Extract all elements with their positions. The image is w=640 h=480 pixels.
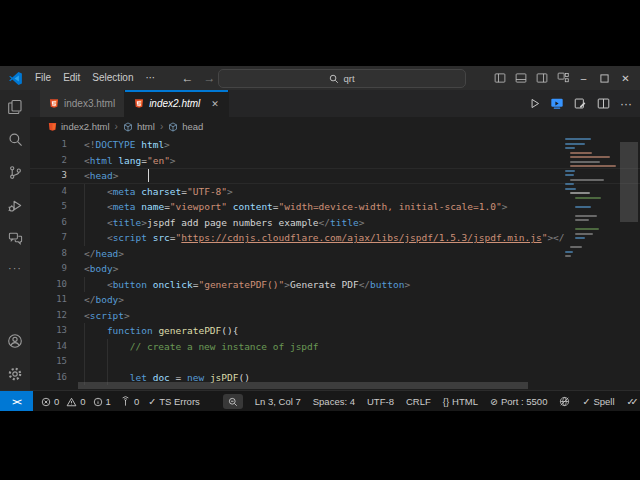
breadcrumb-file[interactable]: index2.html (48, 121, 110, 132)
live-preview-icon[interactable] (549, 96, 565, 112)
code-line[interactable]: 10 <button onclick="generatePDF()">Gener… (30, 277, 640, 293)
line-text: <script src="https://cdnjs.cloudflare.co… (84, 230, 565, 246)
tab-label: index2.html (149, 98, 200, 109)
customize-layout-icon[interactable] (556, 72, 569, 85)
code-editor[interactable]: 1<!DOCTYPE html>2<html lang="en">3<head>… (30, 136, 640, 390)
ports-count: 0 (134, 396, 139, 407)
line-text: <script> (84, 308, 565, 324)
code-line[interactable]: 8</head> (30, 246, 640, 262)
menu-more[interactable]: ⋯ (140, 66, 162, 90)
code-line[interactable]: 3<head> (30, 168, 640, 184)
port-status[interactable]: ⊘ Port : 5500 (490, 396, 547, 407)
code-line[interactable]: 9<body> (30, 261, 640, 277)
braces-icon: {} (443, 396, 449, 407)
spell-checker-status[interactable]: ✓ Spell (582, 396, 614, 407)
port-label: Port : 5500 (501, 396, 547, 407)
minimap-line (565, 251, 573, 253)
account-icon[interactable] (0, 324, 30, 357)
minimap[interactable] (565, 138, 615, 388)
language-mode-status[interactable]: {} HTML (443, 396, 478, 407)
code-line[interactable]: 1<!DOCTYPE html> (30, 137, 640, 153)
indent-guide (84, 184, 85, 200)
html5-icon (49, 98, 59, 109)
zoom-indicator[interactable] (223, 394, 243, 409)
toggle-sidebar-icon[interactable] (493, 72, 506, 85)
toggle-panel-icon[interactable] (514, 72, 527, 85)
code-line[interactable]: 4 <meta charset="UTF-8"> (30, 184, 640, 200)
line-number: 10 (30, 277, 67, 293)
menu-selection[interactable]: Selection (86, 66, 139, 90)
chat-icon[interactable] (0, 222, 30, 255)
ports-indicator[interactable]: 0 (120, 396, 139, 407)
code-line[interactable]: 13 function generatePDF(){ (30, 323, 640, 339)
code-line[interactable]: 5 <meta name="viewport" content="width=d… (30, 199, 640, 215)
warning-icon (66, 397, 77, 407)
remote-indicator[interactable]: >< (0, 391, 33, 411)
back-icon[interactable]: ← (182, 71, 194, 85)
minimap-line (575, 233, 593, 235)
tab-close-icon[interactable]: ✕ (211, 99, 219, 109)
menu-edit[interactable]: Edit (57, 66, 86, 90)
vertical-scrollbar[interactable] (620, 142, 638, 222)
breadcrumb-html[interactable]: html (123, 121, 155, 132)
line-number: 16 (30, 370, 67, 386)
symbol-element-icon (168, 122, 178, 132)
close-icon[interactable]: ✕ (619, 72, 632, 85)
problems-indicator[interactable]: 0 0 1 (41, 396, 111, 407)
code-line[interactable]: 6 <title>jspdf add page numbers example<… (30, 215, 640, 231)
command-center-search[interactable]: qrt (218, 69, 466, 88)
cursor-position-status[interactable]: Ln 3, Col 7 (255, 396, 301, 407)
editor-actions: ··· (526, 90, 634, 117)
line-number: 13 (30, 323, 67, 339)
source-control-icon[interactable] (0, 156, 30, 189)
editor-lines: 1<!DOCTYPE html>2<html lang="en">3<head>… (30, 137, 640, 385)
code-line[interactable]: 11</body> (30, 292, 640, 308)
zoom-out-icon (228, 397, 238, 407)
code-line[interactable]: 15 (30, 354, 640, 370)
breadcrumb-head[interactable]: head (168, 121, 203, 132)
settings-gear-icon[interactable] (0, 357, 30, 390)
search-icon[interactable] (0, 123, 30, 156)
forward-icon[interactable]: → (204, 71, 216, 85)
minimap-line (570, 161, 600, 163)
prettier-status[interactable]: ✓✓ Prettier (627, 396, 640, 407)
code-line[interactable]: 7 <script src="https://cdnjs.cloudflare.… (30, 230, 640, 246)
run-debug-icon[interactable] (0, 189, 30, 222)
encoding-status[interactable]: UTF-8 (367, 396, 394, 407)
minimize-icon[interactable]: – (577, 72, 590, 85)
more-views-icon[interactable]: ··· (8, 255, 22, 281)
split-editor-icon[interactable] (595, 96, 611, 112)
menu-file[interactable]: File (29, 66, 57, 90)
code-line[interactable]: 12<script> (30, 308, 640, 324)
explorer-icon[interactable] (0, 90, 30, 123)
more-actions-icon[interactable]: ··· (618, 96, 634, 112)
indent-guide (84, 339, 85, 355)
tab-index2[interactable]: index2.html ✕ (125, 90, 229, 117)
code-line[interactable]: 2<html lang="en"> (30, 153, 640, 169)
minimap-line (570, 179, 604, 181)
minimap-line (575, 219, 589, 221)
maximize-icon[interactable] (598, 72, 611, 85)
ts-errors-label: TS Errors (159, 396, 200, 407)
line-text (84, 354, 565, 370)
search-value: qrt (343, 73, 354, 84)
eol-status[interactable]: CRLF (406, 396, 431, 407)
ts-errors-status[interactable]: ✓ TS Errors (148, 396, 200, 407)
indentation-status[interactable]: Spaces: 4 (313, 396, 355, 407)
open-preview-icon[interactable] (572, 96, 588, 112)
horizontal-scrollbar[interactable] (78, 382, 528, 389)
line-text: <title>jspdf add page numbers example</t… (84, 215, 565, 231)
tab-index3[interactable]: index3.html (40, 90, 125, 117)
line-text: function generatePDF(){ (84, 323, 565, 339)
minimap-line (570, 246, 582, 248)
toggle-secondary-sidebar-icon[interactable] (535, 72, 548, 85)
minimap-line (570, 152, 592, 154)
indent-guide (84, 199, 85, 215)
code-line[interactable]: 14 // create a new instance of jspdf (30, 339, 640, 355)
minimap-line (565, 138, 591, 140)
minimap-line (565, 174, 574, 176)
info-count: 1 (106, 396, 111, 407)
run-icon[interactable] (526, 96, 542, 112)
browser-sync-status[interactable] (559, 396, 570, 407)
breadcrumb-label: html (137, 121, 155, 132)
